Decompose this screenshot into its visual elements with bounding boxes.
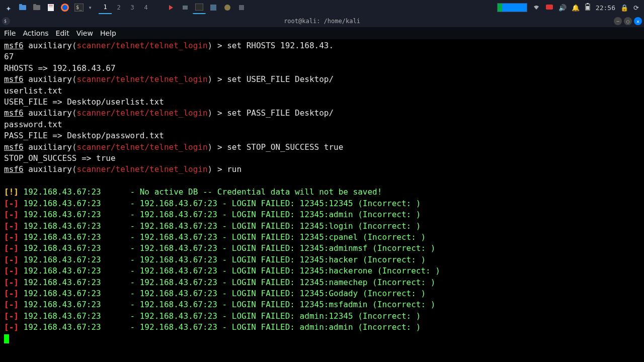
menu-file[interactable]: File bbox=[4, 29, 16, 37]
svg-rect-5 bbox=[49, 5, 53, 6]
app-icon[interactable] bbox=[235, 1, 248, 14]
app-icon[interactable] bbox=[179, 1, 192, 14]
desktop-taskbar: ✦ $_ ▾ 1 2 3 4 bbox=[0, 0, 644, 15]
svg-rect-14 bbox=[210, 5, 216, 11]
window-titlebar[interactable]: $ root@kali: /home/kali − ○ ✕ bbox=[0, 15, 644, 27]
lock-icon[interactable]: 🔒 bbox=[620, 4, 628, 12]
system-tray: 🔊 🔔 22:56 🔒 ⟳ bbox=[497, 3, 642, 13]
svg-marker-11 bbox=[169, 5, 173, 10]
files-icon[interactable] bbox=[16, 1, 29, 14]
wifi-icon[interactable] bbox=[532, 4, 540, 12]
terminal-window: $ root@kali: /home/kali − ○ ✕ File Actio… bbox=[0, 15, 644, 362]
window-title: root@kali: /home/kali bbox=[284, 18, 360, 25]
svg-point-8 bbox=[62, 5, 67, 10]
svg-rect-12 bbox=[183, 6, 188, 10]
window-maximize-button[interactable]: ○ bbox=[624, 17, 632, 25]
menu-view[interactable]: View bbox=[76, 29, 93, 37]
files2-icon[interactable] bbox=[30, 1, 43, 14]
terminal-output[interactable]: msf6 auxiliary(scanner/telnet/telnet_log… bbox=[0, 39, 644, 362]
workspace-2[interactable]: 2 bbox=[112, 1, 125, 14]
notification-icon[interactable]: 🔔 bbox=[572, 4, 580, 12]
volume-icon[interactable]: 🔊 bbox=[558, 4, 567, 12]
svg-point-15 bbox=[224, 5, 230, 11]
svg-rect-17 bbox=[546, 5, 553, 10]
window-icon[interactable]: $ bbox=[2, 17, 10, 25]
svg-text:$: $ bbox=[4, 19, 7, 24]
svg-rect-20 bbox=[587, 3, 589, 4]
firefox-icon[interactable] bbox=[58, 1, 71, 14]
svg-rect-6 bbox=[49, 7, 53, 7]
clock[interactable]: 22:56 bbox=[596, 4, 615, 12]
record-icon[interactable] bbox=[545, 4, 553, 12]
kali-menu-icon[interactable]: ✦ bbox=[2, 1, 15, 14]
svg-rect-19 bbox=[586, 6, 589, 10]
power-icon[interactable]: ⟳ bbox=[633, 4, 639, 12]
battery-icon[interactable] bbox=[585, 3, 591, 13]
menu-actions[interactable]: Actions bbox=[23, 29, 48, 37]
svg-rect-13 bbox=[195, 4, 203, 11]
window-minimize-button[interactable]: − bbox=[614, 17, 622, 25]
workspace-4[interactable]: 4 bbox=[139, 1, 152, 14]
terminal-icon[interactable]: $_ bbox=[72, 1, 86, 14]
taskbar-terminal-window[interactable] bbox=[193, 1, 206, 14]
cpu-graph[interactable] bbox=[497, 3, 527, 12]
dropdown-icon[interactable]: ▾ bbox=[87, 1, 94, 14]
terminal-cursor bbox=[4, 334, 9, 343]
svg-rect-3 bbox=[33, 4, 36, 6]
app-icon[interactable] bbox=[207, 1, 220, 14]
menu-help[interactable]: Help bbox=[100, 29, 116, 37]
menu-edit[interactable]: Edit bbox=[56, 29, 69, 37]
app-icon[interactable] bbox=[221, 1, 234, 14]
workspace-switcher: 1 2 3 4 bbox=[99, 1, 152, 14]
app-icon[interactable] bbox=[165, 1, 178, 14]
svg-rect-1 bbox=[19, 4, 22, 6]
window-close-button[interactable]: ✕ bbox=[634, 17, 642, 25]
workspace-3[interactable]: 3 bbox=[126, 1, 139, 14]
svg-text:$_: $_ bbox=[76, 5, 83, 11]
workspace-1[interactable]: 1 bbox=[99, 1, 112, 14]
svg-rect-16 bbox=[239, 5, 244, 10]
text-editor-icon[interactable] bbox=[44, 1, 57, 14]
menubar: File Actions Edit View Help bbox=[0, 27, 644, 39]
